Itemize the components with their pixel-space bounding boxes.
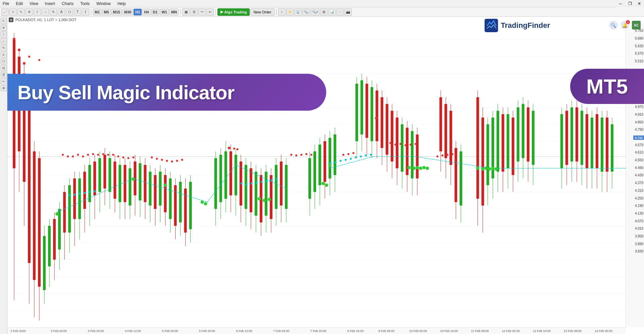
zoom-out-tool[interactable]: 🔍- [302,8,310,16]
tool-crosshair[interactable]: ✛ [1,25,7,31]
svg-rect-194 [532,111,535,165]
trade-button[interactable]: ⚡ [286,8,294,16]
chart-type-bar[interactable]: ▦ [182,8,190,16]
svg-rect-56 [98,158,101,192]
cursor-tool[interactable]: ↖ [17,8,25,16]
tool-pointer[interactable]: ↖ [1,18,7,24]
tf-m15[interactable]: M15 [111,9,122,15]
tool-text[interactable]: A [1,52,7,58]
tf-h4[interactable]: H4 [142,9,150,15]
volume-button[interactable]: 📊 [328,8,336,16]
chart-type-candle[interactable]: ☰ [190,8,198,16]
tool-gann[interactable]: ☰ [1,72,7,78]
tf-m30[interactable]: M30 [122,9,133,15]
menu-insert[interactable]: Insert [44,1,56,6]
svg-rect-84 [169,178,172,219]
tf-mn[interactable]: MN [169,9,179,15]
search-icon[interactable]: 🔍 [609,21,618,30]
svg-point-267 [404,144,406,146]
signals-button[interactable]: 📡 [294,8,302,16]
svg-point-304 [246,183,248,185]
price-4490: 4.490 [635,166,643,170]
svg-point-239 [107,154,109,156]
algo-trading-button[interactable]: ▶ Algo Trading [217,8,250,16]
tool-pen[interactable]: ✎ [1,45,7,51]
chart-area[interactable]: ⊞ POLKADOT, H1: 1 LOT = 1,000 DOT Tradin… [7,17,644,334]
svg-point-235 [87,154,89,156]
new-order-button[interactable]: New Order [250,8,274,16]
price-4790: 4.790 [635,128,643,131]
svg-rect-158 [411,131,413,178]
text-tool[interactable]: A [58,8,65,16]
minimize-button[interactable]: ─ [616,0,625,7]
menu-window[interactable]: Window [95,1,112,6]
svg-point-302 [94,190,96,192]
svg-rect-94 [214,158,217,209]
screenshot-button[interactable]: 📷 [344,8,352,16]
tool-fib[interactable]: ⊟ [1,65,7,71]
logo-text: TradingFinder [501,21,550,30]
buy-sell-button[interactable]: ↕ [278,8,286,16]
crosshair-tool[interactable]: ✛ [26,8,33,16]
svg-rect-144 [376,91,378,141]
tf-m5[interactable]: M5 [102,9,110,15]
svg-point-272 [446,154,448,156]
svg-point-300 [84,192,86,194]
menu-help[interactable]: Help [116,1,127,6]
tf-m1[interactable]: M1 [93,9,101,15]
svg-point-265 [394,144,396,146]
chart-autoscroll[interactable]: ↩ [206,8,214,16]
svg-rect-138 [360,80,363,134]
svg-rect-38 [53,219,56,260]
notification-icon[interactable]: 🔔 4 [621,21,629,30]
price-4850: 4.850 [635,120,643,124]
tool-line[interactable]: / [1,32,7,38]
svg-rect-72 [139,163,141,201]
restore-button[interactable]: ❐ [625,0,635,7]
svg-point-248 [166,160,168,162]
tool-shapes[interactable]: ⬡ [1,58,7,64]
account-button[interactable]: AC [632,21,641,30]
indicators-tool[interactable]: ƒ [82,8,89,16]
chart-info-bar: ⊞ POLKADOT, H1: 1 LOT = 1,000 DOT [9,17,77,22]
logo-area: TradingFinder [485,19,550,32]
new-chart-button[interactable]: 📈 [1,8,9,16]
svg-point-260 [342,154,344,156]
menu-charts[interactable]: Charts [60,1,75,6]
shapes-tool[interactable]: ⬡ [66,8,73,16]
svg-point-259 [310,154,312,156]
svg-rect-210 [596,114,598,168]
zoom-in-button[interactable]: + [9,8,17,16]
tf-d1[interactable]: D1 [151,9,159,15]
svg-point-295 [491,167,495,170]
time-feb7-20: 7 Feb 20:00 [310,329,327,333]
tf-w1[interactable]: W1 [160,9,169,15]
tool-elliott[interactable]: 〜 [1,78,7,85]
period-tool[interactable]: T [74,8,81,16]
more-tools[interactable]: ⋯ [336,8,344,16]
tf-h1[interactable]: H1 [134,9,142,15]
time-feb5-04: 5 Feb 04:00 [162,329,178,333]
svg-rect-80 [159,172,161,206]
line-tool[interactable]: / [34,8,41,16]
menu-view[interactable]: View [28,1,40,6]
svg-point-312 [335,161,337,163]
time-feb6-12: 6 Feb 12:00 [236,329,252,333]
tool-horizontal[interactable]: ─ [1,38,7,44]
pen-tool[interactable]: ✎ [50,8,57,16]
svg-rect-58 [103,155,106,188]
menu-file[interactable]: File [1,1,10,6]
zoom-in-tool[interactable]: 🔍+ [311,8,319,16]
svg-point-237 [97,154,99,156]
chart-type-line[interactable]: 〜 [198,8,206,16]
svg-point-285 [407,166,410,169]
menu-edit[interactable]: Edit [14,1,24,6]
ray-tool[interactable]: → [42,8,49,16]
close-button[interactable]: ✕ [635,0,644,7]
price-5510: 5.510 [635,59,643,63]
grid-button[interactable]: ⊞ [320,8,328,16]
svg-rect-154 [401,124,403,172]
menu-tools[interactable]: Tools [79,1,91,6]
new-order-label: New Order [253,10,271,14]
tool-misc[interactable]: ⚙ [1,85,7,91]
